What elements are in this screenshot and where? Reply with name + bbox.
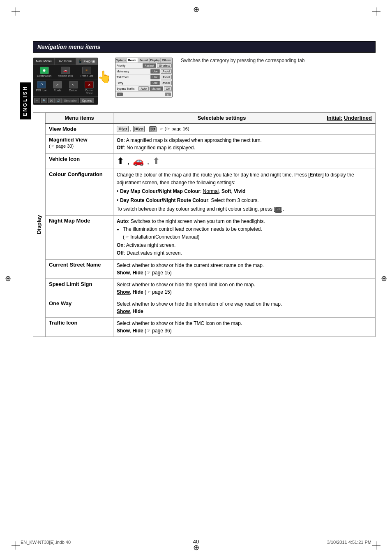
magnified-view-label: Magnified View (☞ page 30) xyxy=(46,135,113,154)
av-menu-tab[interactable]: AV Menu xyxy=(55,58,76,65)
view-2d-icon-2: ⊞ 2D xyxy=(133,126,145,132)
current-street-name-label: Current Street Name xyxy=(46,259,113,278)
press-icon: ⏎ xyxy=(275,207,281,213)
colour-config-label: Colour Configuration xyxy=(46,169,113,216)
magnified-view-row: Magnified View (☞ page 30) On: A magnifi… xyxy=(46,135,376,154)
view-2d-icon-1: ⊞ 2D xyxy=(117,126,129,132)
settings-table: Menu items Selectable settings Initial: … xyxy=(45,112,376,337)
magnified-view-desc: On: A magnified map is displayed when ap… xyxy=(113,135,376,154)
sr-back-btn[interactable]: ← xyxy=(117,93,123,96)
motorway-use-btn[interactable]: Use xyxy=(150,69,159,74)
vehicle-icon-label: Vehicle Icon xyxy=(46,154,113,169)
one-way-label: One Way xyxy=(46,298,113,317)
traffic-icon-desc: Select whether to show or hide the TMC i… xyxy=(113,317,376,337)
view-mode-label: View Mode xyxy=(46,123,113,135)
page-footer: EN_KW-NT30[E].indb 40 3/10/2011 4:51:21 … xyxy=(0,540,392,545)
english-tab: ENGLISH xyxy=(20,82,31,119)
view-mode-desc: ⊞ 2D , ⊞ 2D , 3D xyxy=(113,123,376,135)
traffic-icon-row: Traffic Icon Select whether to show or h… xyxy=(46,317,376,337)
motorway-row: Motorway Use Avoid xyxy=(115,69,172,74)
footer-right: 3/10/2011 4:51:21 PM xyxy=(327,540,371,545)
off-btn[interactable]: Off xyxy=(164,86,172,91)
detour-icon-item[interactable]: ⤷ Detour xyxy=(66,81,81,95)
left-screen: Navi Menu AV Menu 📱 PHONE ⬢ Destination … xyxy=(33,58,98,105)
view-mode-row: View Mode ⊞ 2D , ⊞ xyxy=(46,123,376,135)
options-tab[interactable]: Options xyxy=(115,58,127,63)
poi-icon-item[interactable]: P POI Icon xyxy=(34,81,49,95)
night-map-mode-row: Night Map Mode Auto: Switches to the nig… xyxy=(46,215,376,259)
sound-btn[interactable]: 🔊 xyxy=(55,98,62,103)
footer-left: EN_KW-NT30[E].indb 40 xyxy=(21,540,71,545)
vehicle-icon-row: Vehicle Icon ⬆ , 🚗 , ⬆ xyxy=(46,154,376,169)
settings-table-wrapper: Display Menu items Selectable settings I… xyxy=(33,112,376,337)
toll-use-btn[interactable]: Use xyxy=(150,75,159,79)
toll-avoid-btn[interactable]: Avoid xyxy=(161,75,172,79)
one-way-row: One Way Select whether to show or hide t… xyxy=(46,298,376,317)
speed-limit-sign-row: Speed Limit Sign Select whether to show … xyxy=(46,278,376,298)
manual-btn[interactable]: Manual xyxy=(150,86,163,91)
route-tab[interactable]: Route xyxy=(127,58,138,63)
num-btn: 10 xyxy=(48,98,55,103)
auto-btn[interactable]: Auto xyxy=(138,86,148,91)
vehicle-icon-2: 🚗 xyxy=(133,156,144,167)
vehicle-info-icon-item[interactable]: 🚗 Vehicle Info xyxy=(55,67,76,77)
section-header: Navigation menu items xyxy=(33,41,376,53)
bypass-traffic-row: Bypass Traffic Auto Manual Off xyxy=(115,86,172,92)
sr-a-btn[interactable]: ▲ xyxy=(165,93,171,96)
simulation-btn[interactable]: Simulation xyxy=(62,98,79,103)
comma-1: , xyxy=(127,157,129,166)
vehicle-icon-desc: ⬆ , 🚗 , ⬆ xyxy=(113,154,376,169)
vehicle-icon-1: ⬆ xyxy=(117,156,124,167)
col-settings-header: Selectable settings Initial: Underlined xyxy=(113,113,376,124)
right-screen: Options Route Sound Display Others Prior… xyxy=(115,58,173,97)
current-street-name-row: Current Street Name Select whether to sh… xyxy=(46,259,376,278)
back-btn[interactable]: ← xyxy=(34,98,40,103)
speed-limit-sign-desc: Select whether to show or hide the speed… xyxy=(113,278,376,298)
night-map-mode-desc: Auto: Switches to the night screen when … xyxy=(113,215,376,259)
motorway-avoid-btn[interactable]: Avoid xyxy=(161,69,172,74)
traffic-list-icon-item[interactable]: ≡ Traffic List xyxy=(76,67,97,77)
options-btn[interactable]: Options xyxy=(80,98,94,103)
top-area: Navi Menu AV Menu 📱 PHONE ⬢ Destination … xyxy=(33,58,376,105)
priority-row: Priority Fastest Shortest xyxy=(115,63,172,69)
colour-config-desc: Change the colour of the map and the rou… xyxy=(113,169,376,216)
display-sidebar-label: Display xyxy=(33,112,45,337)
device-screenshot: Navi Menu AV Menu 📱 PHONE ⬢ Destination … xyxy=(33,58,173,105)
one-way-desc: Select whether to show or hide the infor… xyxy=(113,298,376,317)
destination-icon-item[interactable]: ⬢ Destination xyxy=(34,67,55,77)
shortest-btn[interactable]: Shortest xyxy=(157,63,172,68)
hand-arrow: 👆 xyxy=(97,70,112,84)
navi-menu-tab[interactable]: Navi Menu xyxy=(33,58,55,65)
display-tab[interactable]: Display xyxy=(150,58,161,63)
fastest-btn[interactable]: Fastest xyxy=(143,63,156,68)
reg-mark-right: ⊕ xyxy=(381,274,387,283)
others-tab[interactable]: Others xyxy=(161,58,172,63)
traffic-icon-label: Traffic Icon xyxy=(46,317,113,337)
reg-mark-top: ⊕ xyxy=(193,5,199,14)
comma-2: , xyxy=(147,157,149,166)
toll-road-row: Toll Road Use Avoid xyxy=(115,74,172,80)
speed-limit-sign-label: Speed Limit Sign xyxy=(46,278,113,298)
colour-config-row: Colour Configuration Change the colour o… xyxy=(46,169,376,216)
night-map-mode-label: Night Map Mode xyxy=(46,215,113,259)
view-3d-icon: 3D xyxy=(149,126,157,132)
sound-tab[interactable]: Sound xyxy=(138,58,150,63)
col-menu-header: Menu items xyxy=(46,113,113,124)
ferry-use-btn[interactable]: Use xyxy=(150,81,159,85)
vehicle-icon-3: ⬆ xyxy=(152,156,160,167)
phone-tab[interactable]: 📱 PHONE xyxy=(76,58,97,65)
route-icon-item[interactable]: ↗ Route xyxy=(50,81,65,95)
switch-caption: Switches the category by pressing the co… xyxy=(181,58,376,63)
ferry-row: Ferry Use Avoid xyxy=(115,80,172,86)
cancel-route-icon-item[interactable]: ✕ Cancel Route xyxy=(82,81,97,95)
reg-mark-left: ⊕ xyxy=(5,274,11,283)
zoom-btn[interactable]: 🔍 xyxy=(41,98,47,103)
ferry-avoid-btn[interactable]: Avoid xyxy=(161,81,172,85)
current-street-name-desc: Select whether to show or hide the curre… xyxy=(113,259,376,278)
